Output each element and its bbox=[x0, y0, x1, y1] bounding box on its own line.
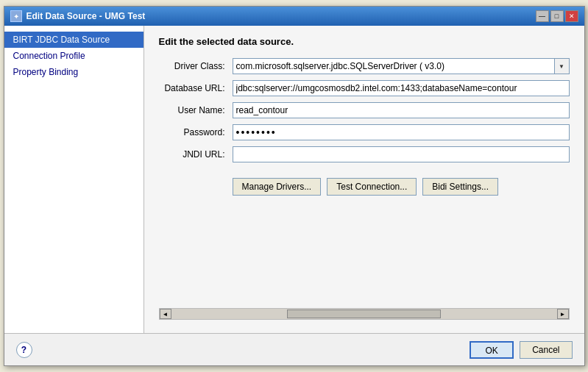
title-bar-left: ✦ Edit Data Source - UMG Test bbox=[10, 10, 146, 22]
user-name-label: User Name: bbox=[159, 105, 233, 115]
test-connection-button[interactable]: Test Connection... bbox=[327, 178, 417, 196]
bidi-settings-button[interactable]: Bidi Settings... bbox=[422, 178, 498, 196]
password-label: Password: bbox=[159, 127, 233, 137]
horizontal-scrollbar[interactable]: ◄ ► bbox=[159, 308, 570, 320]
dialog-content: BIRT JDBC Data Source Connection Profile… bbox=[4, 26, 584, 333]
action-buttons: Manage Drivers... Test Connection... Bid… bbox=[159, 178, 570, 196]
cancel-button[interactable]: Cancel bbox=[520, 341, 572, 359]
driver-class-input[interactable] bbox=[233, 58, 555, 74]
help-button[interactable]: ? bbox=[16, 342, 32, 358]
footer-buttons: OK Cancel bbox=[470, 341, 572, 359]
window-title: Edit Data Source - UMG Test bbox=[26, 11, 146, 21]
driver-class-dropdown-btn[interactable]: ▼ bbox=[555, 58, 570, 74]
jndi-url-label: JNDI URL: bbox=[159, 149, 233, 160]
title-controls: — □ ✕ bbox=[536, 10, 578, 22]
database-url-input[interactable] bbox=[233, 80, 570, 96]
minimize-button[interactable]: — bbox=[536, 10, 549, 22]
jndi-url-row: JNDI URL: bbox=[159, 146, 570, 163]
user-name-row: User Name: bbox=[159, 101, 570, 119]
scrollbar-thumb[interactable] bbox=[287, 310, 442, 318]
scroll-right-arrow[interactable]: ► bbox=[557, 309, 569, 319]
dialog-window: ✦ Edit Data Source - UMG Test — □ ✕ BIRT… bbox=[4, 6, 585, 366]
section-title: Edit the selected data source. bbox=[159, 36, 570, 47]
driver-class-field-wrapper: ▼ bbox=[233, 58, 570, 74]
close-button[interactable]: ✕ bbox=[565, 10, 578, 22]
database-url-label: Database URL: bbox=[159, 83, 233, 93]
sidebar-item-property-binding[interactable]: Property Binding bbox=[4, 64, 144, 80]
app-icon: ✦ bbox=[10, 10, 22, 22]
scrollbar-track[interactable] bbox=[171, 309, 557, 319]
password-row: Password: bbox=[159, 124, 570, 141]
right-panel: Edit the selected data source. Driver Cl… bbox=[144, 26, 584, 333]
user-name-input[interactable] bbox=[233, 102, 570, 118]
dialog-footer: ? OK Cancel bbox=[4, 333, 584, 365]
title-bar: ✦ Edit Data Source - UMG Test — □ ✕ bbox=[4, 7, 584, 26]
driver-class-label: Driver Class: bbox=[159, 61, 233, 71]
password-input[interactable] bbox=[233, 124, 570, 140]
form-grid: Driver Class: ▼ Database URL: User Name: bbox=[159, 57, 570, 163]
jndi-url-input[interactable] bbox=[233, 146, 570, 162]
ok-button[interactable]: OK bbox=[470, 341, 514, 359]
database-url-row: Database URL: bbox=[159, 79, 570, 97]
sidebar-item-connection-profile[interactable]: Connection Profile bbox=[4, 48, 144, 64]
manage-drivers-button[interactable]: Manage Drivers... bbox=[233, 178, 322, 196]
left-panel: BIRT JDBC Data Source Connection Profile… bbox=[4, 26, 144, 333]
scroll-left-arrow[interactable]: ◄ bbox=[160, 309, 171, 319]
maximize-button[interactable]: □ bbox=[550, 10, 564, 22]
driver-class-row: Driver Class: ▼ bbox=[159, 57, 570, 75]
sidebar-item-birt-jdbc[interactable]: BIRT JDBC Data Source bbox=[4, 32, 144, 48]
